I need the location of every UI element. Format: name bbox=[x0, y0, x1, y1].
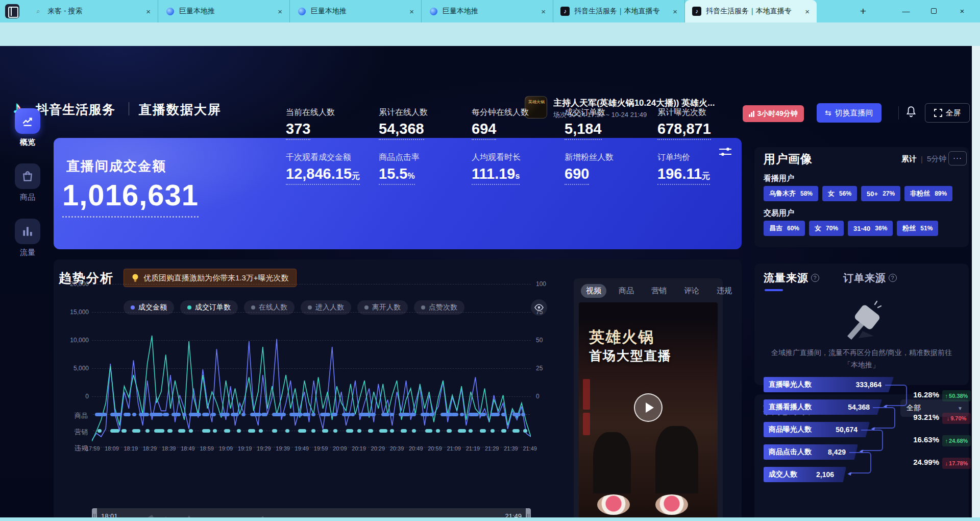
video-tab-商品[interactable]: 商品 bbox=[614, 284, 639, 298]
event-marker[interactable] bbox=[399, 413, 410, 416]
metric-settings-icon[interactable] bbox=[719, 146, 732, 157]
event-marker[interactable] bbox=[97, 429, 102, 433]
event-marker[interactable] bbox=[224, 429, 230, 433]
event-marker[interactable] bbox=[436, 429, 440, 433]
event-marker[interactable] bbox=[102, 413, 107, 416]
tab-close-icon[interactable]: × bbox=[539, 7, 548, 16]
event-marker[interactable] bbox=[303, 413, 310, 416]
event-marker[interactable] bbox=[202, 413, 209, 416]
browser-tab[interactable]: 巨量本地推× bbox=[290, 0, 422, 22]
event-marker[interactable] bbox=[451, 413, 458, 416]
browser-tab[interactable]: ♪抖音生活服务｜本地直播专× bbox=[685, 0, 817, 22]
tab-close-icon[interactable]: × bbox=[671, 7, 679, 16]
event-marker[interactable] bbox=[285, 429, 289, 433]
event-marker[interactable] bbox=[390, 413, 394, 416]
event-marker[interactable] bbox=[359, 413, 372, 416]
event-marker[interactable] bbox=[333, 429, 337, 433]
event-marker[interactable] bbox=[320, 413, 330, 416]
event-marker[interactable] bbox=[172, 413, 181, 416]
window-minimize-button[interactable]: — bbox=[894, 0, 918, 21]
event-marker[interactable] bbox=[501, 429, 506, 433]
event-marker[interactable] bbox=[311, 413, 315, 416]
event-marker[interactable] bbox=[512, 413, 521, 416]
event-marker[interactable] bbox=[480, 429, 486, 433]
event-marker[interactable] bbox=[124, 413, 131, 416]
browser-tab[interactable]: ♪抖音生活服务｜本地直播专× bbox=[553, 0, 685, 22]
window-maximize-button[interactable] bbox=[922, 0, 945, 21]
event-marker[interactable] bbox=[189, 429, 193, 433]
portrait-range-toggle[interactable]: 累计 | 5分钟 bbox=[901, 154, 946, 164]
event-marker[interactable] bbox=[458, 429, 466, 433]
event-marker[interactable] bbox=[371, 413, 376, 416]
tab-close-icon[interactable]: × bbox=[276, 7, 284, 16]
event-marker[interactable] bbox=[132, 413, 136, 416]
play-button[interactable] bbox=[634, 393, 663, 422]
event-marker[interactable] bbox=[440, 413, 453, 416]
sidebar-item-products[interactable]: 商品 bbox=[13, 163, 42, 202]
event-marker[interactable] bbox=[250, 413, 261, 416]
event-marker[interactable] bbox=[248, 429, 255, 433]
new-tab-button[interactable]: + bbox=[856, 5, 870, 18]
event-marker[interactable] bbox=[189, 413, 201, 416]
event-marker[interactable] bbox=[167, 429, 173, 433]
fullscreen-button[interactable]: 全屏 bbox=[925, 103, 970, 123]
browser-tab[interactable]: ⌕来客 - 搜索× bbox=[27, 0, 158, 22]
portrait-more-button[interactable]: ··· bbox=[948, 151, 967, 165]
event-marker[interactable] bbox=[410, 413, 416, 416]
event-marker[interactable] bbox=[110, 429, 119, 433]
page-scrollbar[interactable] bbox=[972, 46, 980, 521]
event-marker[interactable] bbox=[331, 413, 337, 416]
live-video-player[interactable]: 英雄火锅 首场大型直播 bbox=[579, 302, 718, 521]
event-marker[interactable] bbox=[178, 429, 185, 433]
event-marker[interactable] bbox=[401, 429, 407, 433]
event-marker[interactable] bbox=[346, 429, 353, 433]
event-marker[interactable] bbox=[219, 413, 230, 416]
event-marker[interactable] bbox=[261, 413, 267, 416]
tab-traffic-source[interactable]: 流量来源? bbox=[764, 271, 819, 285]
event-marker[interactable] bbox=[447, 429, 452, 433]
event-marker[interactable] bbox=[381, 413, 389, 416]
video-tab-违规[interactable]: 违规 bbox=[712, 284, 737, 298]
event-marker[interactable] bbox=[154, 429, 164, 433]
event-marker[interactable] bbox=[501, 413, 506, 416]
event-marker[interactable] bbox=[342, 413, 351, 416]
event-marker[interactable] bbox=[390, 429, 394, 433]
event-marker[interactable] bbox=[182, 413, 186, 416]
info-icon[interactable]: ? bbox=[811, 274, 819, 282]
toggle-5min[interactable]: 5分钟 bbox=[927, 154, 946, 164]
event-marker[interactable] bbox=[213, 429, 217, 433]
event-marker[interactable] bbox=[421, 413, 430, 416]
event-marker[interactable] bbox=[368, 429, 373, 433]
tab-close-icon[interactable]: × bbox=[407, 7, 416, 16]
event-marker[interactable] bbox=[351, 413, 355, 416]
event-marker[interactable] bbox=[298, 429, 306, 433]
event-marker[interactable] bbox=[259, 429, 263, 433]
event-marker[interactable] bbox=[460, 413, 464, 416]
sidebar-item-traffic[interactable]: 流量 bbox=[13, 219, 42, 257]
event-marker[interactable] bbox=[379, 429, 387, 433]
workspaces-icon[interactable] bbox=[5, 4, 19, 18]
event-marker[interactable] bbox=[231, 413, 239, 416]
event-marker[interactable] bbox=[512, 429, 520, 433]
video-tab-视频[interactable]: 视频 bbox=[581, 284, 606, 298]
notification-bell-icon[interactable] bbox=[904, 105, 920, 121]
event-marker[interactable] bbox=[491, 413, 500, 416]
event-marker[interactable] bbox=[145, 429, 150, 433]
event-marker[interactable] bbox=[272, 413, 281, 416]
browser-tab[interactable]: 巨量本地推× bbox=[158, 0, 290, 22]
event-marker[interactable] bbox=[121, 429, 127, 433]
event-marker[interactable] bbox=[357, 429, 361, 433]
browser-tab[interactable]: 巨量本地推× bbox=[422, 0, 553, 22]
window-close-button[interactable]: × bbox=[950, 0, 974, 21]
event-marker[interactable] bbox=[469, 413, 479, 416]
trend-chart[interactable] bbox=[92, 330, 531, 442]
event-marker[interactable] bbox=[523, 429, 527, 433]
event-marker[interactable] bbox=[139, 413, 149, 416]
event-marker[interactable] bbox=[202, 429, 210, 433]
sidebar-item-overview[interactable]: 概览 bbox=[13, 108, 42, 147]
event-marker[interactable] bbox=[132, 429, 140, 433]
event-marker[interactable] bbox=[241, 413, 246, 416]
tab-order-source[interactable]: 订单来源? bbox=[843, 271, 897, 285]
event-marker[interactable] bbox=[491, 429, 495, 433]
event-marker[interactable] bbox=[322, 429, 328, 433]
